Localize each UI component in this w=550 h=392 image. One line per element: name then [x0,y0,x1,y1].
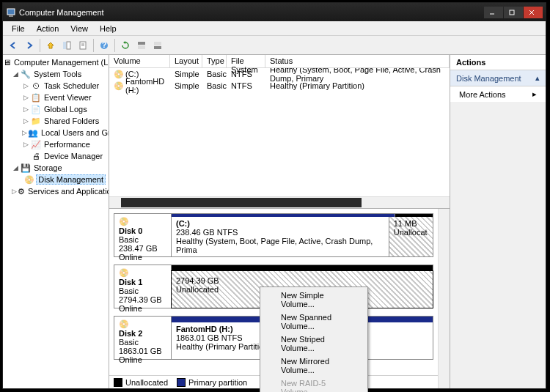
tree-disk-management[interactable]: 📀Disk Management [22,174,109,185]
menu-new-raid5-volume: New RAID-5 Volume... [262,377,366,392]
legend-swatch-primary [177,378,186,387]
col-status[interactable]: Status [265,55,450,67]
svg-rect-7 [67,42,70,49]
svg-rect-16 [154,46,161,49]
disk-info[interactable]: 📀 Disk 1 Basic 2794.39 GB Online [114,265,172,308]
collapse-icon[interactable]: ◢ [12,164,20,172]
view-top-button[interactable] [134,38,149,53]
expand-icon[interactable]: ▷ [22,82,30,90]
volume-row[interactable]: 📀FantomHD (H:) Simple Basic NTFS Healthy… [109,80,450,92]
legend-swatch-unallocated [114,378,122,387]
perf-icon: 📈 [31,139,41,149]
tree-shared-folders[interactable]: ▷📁Shared Folders [22,115,109,127]
tree-performance[interactable]: ▷📈Performance [22,138,109,150]
tree-system-tools[interactable]: ◢ 🔧 System Tools [12,68,109,80]
collapse-icon[interactable]: ◢ [12,70,20,78]
minimize-button[interactable] [484,7,503,18]
tree-device-manager[interactable]: 🖨Device Manager [22,150,109,162]
expand-icon[interactable]: ▷ [12,188,17,196]
svg-rect-3 [510,10,514,15]
menu-action[interactable]: Action [31,23,65,34]
col-volume[interactable]: Volume [109,55,170,67]
vertical-scrollbar[interactable] [438,209,450,388]
refresh-button[interactable] [118,38,133,53]
svg-rect-0 [7,9,15,15]
up-button[interactable] [43,38,58,53]
storage-icon: 💾 [21,163,31,173]
tree-storage[interactable]: ◢ 💾 Storage [12,162,109,174]
tree-global-logs[interactable]: ▷📄Global Logs [22,103,109,115]
actions-pane: Actions Disk Management ▴ More Actions ▸ [450,55,546,388]
log-icon: 📄 [31,104,41,114]
expand-icon[interactable]: ▷ [22,106,30,114]
forward-button[interactable] [22,38,37,53]
svg-rect-6 [63,42,66,49]
help-button[interactable]: ? [97,38,111,53]
properties-button[interactable] [76,38,90,53]
disk-icon: 📀 [119,217,166,226]
menu-new-spanned-volume[interactable]: New Spanned Volume... [262,311,366,333]
svg-rect-15 [154,42,161,45]
titlebar[interactable]: Computer Management [3,3,546,21]
disk-info[interactable]: 📀 Disk 0 Basic 238.47 GB Online [114,214,172,256]
menu-file[interactable]: File [6,23,31,34]
drive-icon: 📀 [114,81,124,91]
view-bottom-button[interactable] [150,38,165,53]
col-filesystem[interactable]: File System [227,55,265,67]
expand-icon[interactable]: ▷ [22,117,30,125]
app-icon [6,7,16,18]
menu-view[interactable]: View [65,23,94,34]
maximize-button[interactable] [504,7,523,18]
svg-rect-13 [138,42,145,45]
folder-icon: 📁 [31,116,41,126]
back-button[interactable] [6,38,21,53]
actions-more[interactable]: More Actions ▸ [450,86,546,102]
expand-icon[interactable]: ▷ [22,94,30,102]
svg-rect-14 [138,45,145,49]
menubar: File Action View Help [3,21,546,36]
partition[interactable]: (C:) 238.46 GB NTFS Healthy (System, Boo… [172,217,389,256]
tree-event-viewer[interactable]: ▷📋Event Viewer [22,92,109,103]
disk-icon: 📀 [119,319,166,329]
menu-help[interactable]: Help [94,23,122,34]
svg-text:?: ? [102,41,107,49]
disk-info[interactable]: 📀 Disk 2 Basic 1863.01 GB Online [114,317,172,359]
menu-new-mirrored-volume[interactable]: New Mirrored Volume... [262,355,366,377]
col-layout[interactable]: Layout [170,55,202,67]
nav-tree[interactable]: 🖥 Computer Management (Local) ◢ 🔧 System… [3,55,109,388]
horizontal-scrollbar[interactable] [109,196,450,208]
svg-rect-1 [9,15,13,17]
clock-icon: ⏲ [31,81,41,91]
disk-icon: 📀 [119,268,166,278]
close-button[interactable] [524,7,543,18]
tree-local-users[interactable]: ▷👥Local Users and Groups [22,127,109,138]
drive-icon: 📀 [114,69,124,79]
chevron-up-icon: ▴ [535,73,540,83]
users-icon: 👥 [28,127,38,138]
volume-list[interactable]: Volume Layout Type File System Status 📀(… [109,55,450,209]
disk-row[interactable]: 📀 Disk 0 Basic 238.47 GB Online [114,213,433,257]
partition-unallocated[interactable]: 11 MB Unallocat [389,217,433,256]
col-type[interactable]: Type [202,55,227,67]
actions-header: Actions [450,55,546,70]
event-icon: 📋 [31,92,41,103]
tree-services[interactable]: ▷ ⚙ Services and Applications [12,185,109,197]
tree-root[interactable]: 🖥 Computer Management (Local) [3,56,109,68]
tools-icon: 🔧 [21,69,31,79]
menu-new-simple-volume[interactable]: New Simple Volume... [262,289,366,311]
computer-icon: 🖥 [3,57,11,67]
actions-section[interactable]: Disk Management ▴ [450,70,546,86]
show-hide-tree-button[interactable] [59,38,74,53]
services-icon: ⚙ [18,186,25,196]
tree-task-scheduler[interactable]: ▷⏲Task Scheduler [22,80,109,92]
context-menu: New Simple Volume... New Spanned Volume.… [260,286,368,392]
disk-icon: 📀 [24,174,34,185]
chevron-right-icon: ▸ [532,89,537,99]
volume-list-header[interactable]: Volume Layout Type File System Status [109,55,450,68]
menu-new-striped-volume[interactable]: New Striped Volume... [262,333,366,355]
window-title: Computer Management [19,8,104,17]
expand-icon[interactable]: ▷ [22,141,30,149]
toolbar: ? [3,36,546,55]
device-icon: 🖨 [31,151,41,161]
expand-icon[interactable]: ▷ [22,129,27,137]
